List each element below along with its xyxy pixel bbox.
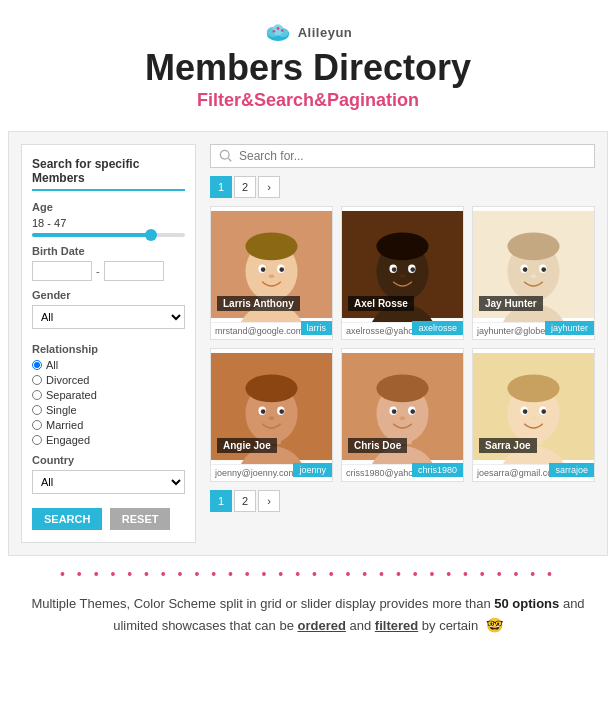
member-username-tag: jayhunter [545,317,594,335]
members-area: 1 2 › [210,144,595,543]
member-card[interactable]: Jay Hunter jayhunter jayhunter@globe.com [472,206,595,340]
bottom-pagination: 1 2 › [210,490,595,512]
top-pagination: 1 2 › [210,176,595,198]
member-name: Angie Joe [217,438,277,453]
page-1-bottom-btn[interactable]: 1 [210,490,232,512]
member-name-tag: Angie Joe [211,438,332,453]
footer-text: Multiple Themes, Color Scheme split in g… [0,588,616,648]
page-1-btn[interactable]: 1 [210,176,232,198]
relationship-radio-group: All Divorced Separated Single Married En… [32,359,185,446]
footer-and: and [346,618,375,633]
footer-highlight2: ordered [298,618,346,633]
radio-divorced[interactable]: Divorced [32,374,185,386]
radio-single[interactable]: Single [32,404,185,416]
svg-point-67 [541,409,546,414]
logo-icon [264,18,292,46]
member-username-tag: axelrosse [412,317,463,335]
page-2-btn[interactable]: 2 [234,176,256,198]
age-label: Age [32,201,185,213]
member-username: larris [301,321,333,335]
gender-select[interactable]: All Male Female [32,305,185,329]
member-name: Sarra Joe [479,438,537,453]
birthdate-to-input[interactable] [104,261,164,281]
page-title: Members Directory [10,48,606,88]
svg-point-4 [272,30,275,33]
reset-button[interactable]: RESET [110,508,171,530]
radio-separated[interactable]: Separated [32,389,185,401]
country-label: Country [32,454,185,466]
member-card[interactable]: Larris Anthony larris mrstand@google.com [210,206,333,340]
radio-engaged[interactable]: Engaged [32,434,185,446]
brand-name: Alileyun [298,25,353,40]
member-name-tag: Sarra Joe [473,438,594,453]
member-card[interactable]: Axel Rosse axelrosse axelrosse@yahoo.com [341,206,464,340]
member-name-tag: Chris Doe [342,438,463,453]
svg-point-57 [410,409,415,414]
members-grid: Larris Anthony larris mrstand@google.com [210,206,595,482]
member-username: chris1980 [412,463,463,477]
filter-title: Search for specific Members [32,157,185,191]
svg-point-37 [541,267,546,272]
age-range-text: 18 - 47 [32,217,185,229]
member-name-tag: Larris Anthony [211,296,332,311]
svg-point-68 [531,416,537,420]
birthdate-from-input[interactable] [32,261,92,281]
svg-point-33 [507,232,559,260]
svg-point-6 [281,29,284,32]
search-bar [210,144,595,168]
dotted-separator: • • • • • • • • • • • • • • • • • • • • … [0,566,616,582]
member-username-tag: chris1980 [412,459,463,477]
svg-point-56 [392,409,397,414]
svg-line-8 [228,158,231,161]
svg-point-7 [220,150,229,159]
birthdate-inputs: - [32,261,185,281]
page-next-btn[interactable]: › [258,176,280,198]
svg-point-63 [507,374,559,402]
member-name-tag: Axel Rosse [342,296,463,311]
search-input[interactable] [239,149,586,163]
filter-panel: Search for specific Members Age 18 - 47 … [21,144,196,543]
svg-point-47 [279,409,284,414]
radio-married[interactable]: Married [32,419,185,431]
footer-highlight1: 50 options [494,596,559,611]
svg-point-38 [531,274,537,278]
age-slider-track[interactable] [32,233,185,237]
member-name: Larris Anthony [217,296,300,311]
member-name: Jay Hunter [479,296,543,311]
page-next-bottom-btn[interactable]: › [258,490,280,512]
footer-prefix: Multiple Themes, Color Scheme split in g… [31,596,494,611]
svg-point-16 [261,267,266,272]
gender-label: Gender [32,289,185,301]
svg-point-43 [245,374,297,402]
age-slider-thumb[interactable] [145,229,157,241]
member-card[interactable]: Chris Doe chris1980 criss1980@yahoo.com [341,348,464,482]
svg-point-28 [400,274,406,278]
svg-point-48 [269,416,275,420]
member-card[interactable]: Sarra Joe sarrajoe joesarra@gmail.com [472,348,595,482]
member-username-tag: joenny [293,459,332,477]
radio-all[interactable]: All [32,359,185,371]
svg-point-66 [523,409,528,414]
svg-point-58 [400,416,406,420]
member-name-tag: Jay Hunter [473,296,594,311]
date-sep: - [96,265,100,277]
footer-highlight3: filtered [375,618,418,633]
member-name: Axel Rosse [348,296,414,311]
age-slider-fill [32,233,154,237]
svg-point-13 [245,232,297,260]
svg-point-46 [261,409,266,414]
member-username-tag: sarrajoe [549,459,594,477]
member-username: sarrajoe [549,463,594,477]
birthdate-label: Birth Date [32,245,185,257]
footer-suffix: by certain [418,618,478,633]
logo-area: Alileyun [10,18,606,46]
svg-point-27 [410,267,415,272]
member-username: jayhunter [545,321,594,335]
page-2-bottom-btn[interactable]: 2 [234,490,256,512]
search-button[interactable]: SEARCH [32,508,102,530]
member-name: Chris Doe [348,438,407,453]
country-select[interactable]: All [32,470,185,494]
svg-point-53 [376,374,428,402]
search-icon [219,149,233,163]
member-card[interactable]: Angie Joe joenny joenny@joenny.com [210,348,333,482]
